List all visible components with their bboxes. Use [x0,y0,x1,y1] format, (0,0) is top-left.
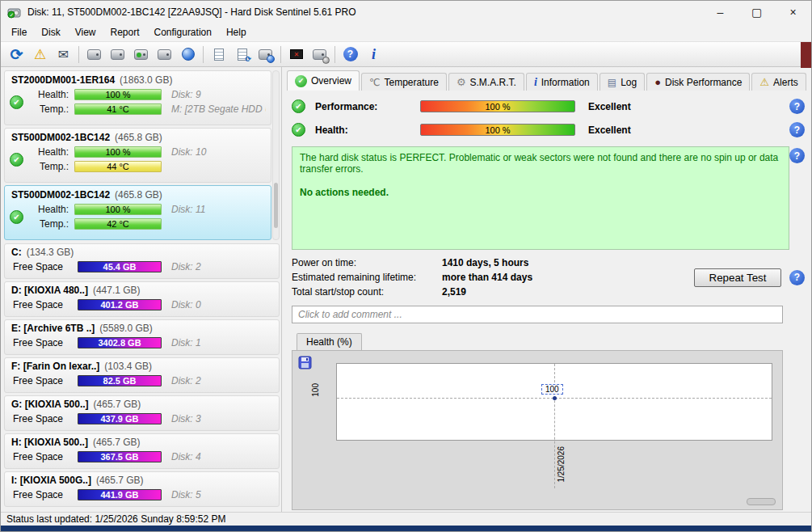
partition-name: I: [KIOXIA 500G..] [11,475,91,486]
partition-item-c[interactable]: C: (134.3 GB) Free Space 45.4 GB Disk: 2 [4,243,280,279]
partition-item-g[interactable]: G: [KIOXIA 500..] (465.7 GB) Free Space … [4,395,280,431]
status-warning-button[interactable]: ⚠ [28,44,52,65]
sphere-overlay-icon [322,57,330,64]
partition-size: (103.4 GB) [104,361,152,372]
disk-size: (465.8 GB) [115,132,162,143]
partition-item-h[interactable]: H: [KIOXIA 500..] (465.7 GB) Free Space … [4,433,280,469]
chart-tab-health[interactable]: Health (%) [297,333,362,350]
content-panel: ✔ Overview ℃ Temperature ⚙ S.M.A.R.T. i … [282,67,811,512]
free-space-label: Free Space [13,337,78,348]
disk-item-10[interactable]: ST500DM002-1BC142 (465.8 GB) ✔ Health: 1… [4,128,271,183]
help-icon[interactable]: ? [789,270,805,285]
save-chart-button[interactable] [298,356,312,372]
refresh-report-button[interactable]: ⟳ [230,44,254,65]
menu-file[interactable]: File [4,24,34,40]
disk-control-4-button[interactable] [153,44,176,65]
title-bar: ✓ Disk: 11, ST500DM002-1BC142 [Z2AA9JSQ]… [1,1,811,23]
tab-label: Log [621,77,637,88]
toolbar-separator [203,46,204,63]
health-rating: Excellent [588,125,631,136]
menu-report[interactable]: Report [103,24,146,40]
performance-sphere-icon: ● [654,76,661,88]
disk-size: (465.8 GB) [115,189,162,201]
disk-number: Disk: 10 [162,146,266,158]
partition-item-i[interactable]: I: [KIOXIA 500G..] (465.7 GB) Free Space… [4,471,280,507]
partition-list: C: (134.3 GB) Free Space 45.4 GB Disk: 2… [4,243,280,507]
menu-help[interactable]: Help [219,24,254,40]
tab-alerts[interactable]: ⚠ Alerts [751,73,806,91]
tab-label: Disk Performance [665,77,742,88]
health-label: Health: [315,125,393,136]
minimize-button[interactable]: – [702,1,738,23]
temp-bar: 41 °C [74,103,162,115]
temp-bar: 42 °C [74,218,162,230]
tab-temperature[interactable]: ℃ Temperature [361,73,447,91]
menu-configuration[interactable]: Configuration [147,24,219,40]
menu-disk[interactable]: Disk [34,24,67,40]
repeat-test-button[interactable]: Repeat Test [694,268,781,287]
y-axis-tick: 100 [311,383,320,397]
status-ok-icon: ✔ [10,95,23,109]
partition-item-f[interactable]: F: [Farin On lexar..] (103.4 GB) Free Sp… [4,357,280,393]
close-button[interactable]: × [775,1,811,23]
maximize-button[interactable]: ▢ [738,1,775,23]
globe-icon [182,48,195,61]
status-ok-icon: ✔ [292,99,305,113]
partition-name: G: [KIOXIA 500..] [11,399,89,410]
health-bar: 100 % [74,204,162,215]
free-space-label: Free Space [13,413,78,424]
network-disks-button[interactable] [254,44,277,65]
tab-information[interactable]: i Information [526,73,598,91]
disk-control-1-button[interactable] [82,44,106,65]
disk-item-9[interactable]: ST2000DM001-1ER164 (1863.0 GB) ✔ Health:… [4,70,271,125]
disk-number: Disk: 2 [162,375,274,386]
information-button[interactable]: i [362,44,385,65]
send-message-button[interactable]: ✉ [52,44,75,65]
partition-item-d[interactable]: D: [KIOXIA 480..] (447.1 GB) Free Space … [4,281,280,317]
scrollbar-thumb[interactable] [274,183,278,228]
disk-control-3-button[interactable] [129,44,153,65]
statistics-grid: Power on time: 1410 days, 5 hours Estima… [292,257,694,298]
toolbar-separator [280,46,281,63]
help-button[interactable]: ? [339,44,362,65]
help-icon[interactable]: ? [789,148,805,163]
menu-view[interactable]: View [68,24,103,40]
tab-overview[interactable]: ✔ Overview [287,70,360,91]
disk-control-2-button[interactable] [106,44,129,65]
refresh-icon: ⟳ [11,45,23,64]
app-logo-icon: ✓ [7,6,22,19]
refresh-button[interactable]: ⟳ [5,44,28,65]
help-icon[interactable]: ? [789,122,805,137]
partition-size: (465.7 GB) [94,399,141,410]
status-action-text: No actions needed. [300,187,781,198]
help-icon[interactable]: ? [789,99,805,114]
partition-size: (465.7 GB) [93,437,141,448]
stat-label: Estimated remaining lifetime: [292,272,442,283]
chart-scrollbar[interactable] [747,498,776,505]
surface-test-button[interactable] [284,44,308,65]
status-bar: Status last updated: 1/25/2026 Sunday 8:… [1,512,811,526]
report-button[interactable] [207,44,230,65]
stat-label: Total start/stop count: [292,286,442,298]
comment-input[interactable] [292,306,783,323]
network-status-button[interactable] [176,44,200,65]
temp-label: Temp.: [29,161,74,172]
gridline-vertical [554,364,555,488]
disk-list-scrollbar[interactable] [272,70,280,240]
disk-cable-icon [111,49,124,60]
health-label: Health: [29,89,74,100]
partition-name: E: [Archive 6TB ..] [11,323,95,334]
tab-disk-performance[interactable]: ● Disk Performance [646,73,750,91]
performance-label: Performance: [315,101,393,112]
tab-label: Alerts [773,77,798,88]
tab-smart[interactable]: ⚙ S.M.A.R.T. [448,73,524,91]
statistics-row: Power on time: 1410 days, 5 hours Estima… [287,257,805,298]
health-bar: 100 % [74,89,162,100]
tab-label: S.M.A.R.T. [470,77,516,88]
x-axis-tick: 1/25/2026 [557,446,566,483]
disk-item-11-selected[interactable]: ST500DM002-1BC142 (465.8 GB) ✔ Health: 1… [4,185,271,240]
tab-bar: ✔ Overview ℃ Temperature ⚙ S.M.A.R.T. i … [287,70,805,91]
disk-details-button[interactable] [308,44,331,65]
tab-log[interactable]: ▤ Log [600,73,645,91]
partition-item-e[interactable]: E: [Archive 6TB ..] (5589.0 GB) Free Spa… [4,319,280,355]
